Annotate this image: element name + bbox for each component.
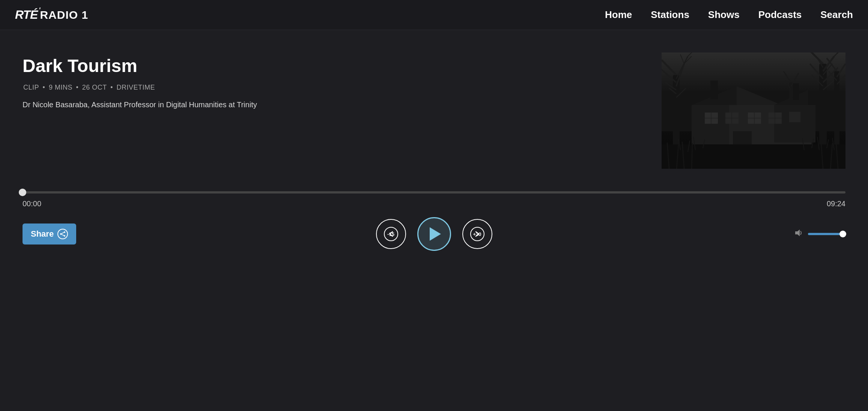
main-nav: Home Stations Shows Podcasts Search: [605, 9, 853, 21]
logo: RTÉ RADIO 1: [15, 8, 88, 22]
svg-rect-75: [662, 52, 845, 169]
episode-thumbnail: [662, 52, 845, 169]
header: RTÉ RADIO 1 Home Stations Shows Podcasts…: [0, 0, 868, 30]
forward-label: +30: [473, 231, 481, 237]
total-time: 09:24: [827, 200, 845, 208]
rewind-button[interactable]: -15: [376, 219, 406, 249]
play-button[interactable]: [417, 217, 451, 251]
meta-show: DRIVETIME: [117, 84, 155, 91]
current-time: 00:00: [23, 200, 41, 208]
thumbnail-image: [662, 52, 845, 169]
meta-date: 26 OCT: [82, 84, 107, 91]
progress-handle[interactable]: [19, 189, 26, 196]
volume-area: [794, 228, 845, 240]
episode-title: Dark Tourism: [23, 56, 647, 76]
episode-meta: CLIP • 9 MINS • 26 OCT • DRIVETIME: [23, 84, 647, 92]
logo-radio: RADIO 1: [40, 9, 88, 21]
meta-sep-3: •: [110, 84, 113, 91]
nav-shows[interactable]: Shows: [708, 9, 740, 21]
nav-home[interactable]: Home: [605, 9, 632, 21]
episode-description: Dr Nicole Basaraba, Assistant Professor …: [23, 99, 285, 110]
nav-podcasts[interactable]: Podcasts: [758, 9, 802, 21]
play-icon: [430, 227, 441, 241]
controls-row: Share -15: [23, 217, 845, 251]
volume-slider[interactable]: [808, 233, 845, 235]
svg-marker-83: [795, 230, 800, 236]
rewind-label: -15: [387, 231, 394, 237]
meta-duration: 9 MINS: [49, 84, 72, 91]
player-area: 00:00 09:24 Share: [23, 191, 845, 251]
forward-button[interactable]: +30: [462, 219, 492, 249]
main-content: Dark Tourism CLIP • 9 MINS • 26 OCT • DR…: [0, 30, 868, 266]
thumbnail-svg: [662, 52, 845, 169]
svg-line-80: [61, 234, 65, 236]
nav-search[interactable]: Search: [820, 9, 853, 21]
nav-stations[interactable]: Stations: [651, 9, 689, 21]
logo-rte: RTÉ: [15, 8, 38, 22]
share-button[interactable]: Share: [23, 224, 76, 244]
episode-info: Dark Tourism CLIP • 9 MINS • 26 OCT • DR…: [23, 52, 647, 110]
share-label: Share: [31, 229, 54, 239]
content-area: Dark Tourism CLIP • 9 MINS • 26 OCT • DR…: [23, 52, 845, 169]
share-icon: [57, 229, 68, 239]
meta-type: CLIP: [23, 84, 39, 91]
time-row: 00:00 09:24: [23, 200, 845, 208]
volume-icon: [794, 228, 803, 240]
meta-sep-2: •: [76, 84, 78, 91]
volume-handle[interactable]: [839, 231, 846, 237]
svg-line-79: [61, 232, 65, 234]
meta-sep-1: •: [43, 84, 45, 91]
progress-bar[interactable]: [23, 191, 845, 194]
